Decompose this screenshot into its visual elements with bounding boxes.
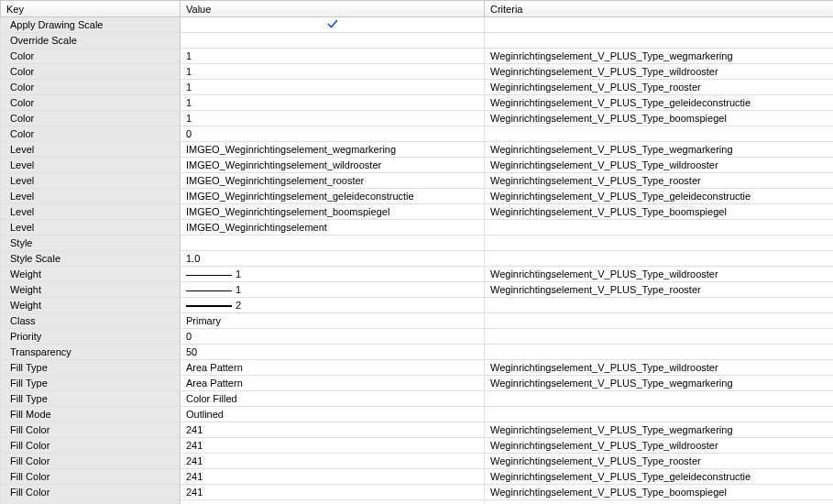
property-value[interactable]: 241 xyxy=(181,422,485,438)
property-key[interactable]: Color xyxy=(1,64,181,80)
table-row[interactable]: Weight1Weginrichtingselement_V_PLUS_Type… xyxy=(1,267,834,282)
table-row[interactable]: Style xyxy=(1,236,834,251)
property-key[interactable]: Style Scale xyxy=(1,251,181,267)
table-row[interactable]: ClassPrimary xyxy=(1,313,834,329)
property-value[interactable]: 2 xyxy=(181,298,485,313)
property-value[interactable]: IMGEO_Weginrichtingselement_wegmarkering xyxy=(181,142,485,158)
property-key[interactable]: Fill Color xyxy=(1,422,181,438)
property-key[interactable]: Fill Color xyxy=(1,469,181,485)
table-row[interactable]: LevelIMGEO_Weginrichtingselement_rooster… xyxy=(1,173,834,189)
property-key[interactable]: Weight xyxy=(1,282,181,298)
property-key[interactable]: Priority xyxy=(1,329,181,345)
property-criteria[interactable] xyxy=(485,329,834,345)
property-key[interactable]: Fill Color xyxy=(1,438,181,454)
property-value[interactable] xyxy=(181,17,485,33)
property-value[interactable]: IMGEO_Weginrichtingselement_geleideconst… xyxy=(181,189,485,204)
property-criteria[interactable]: Weginrichtingselement_V_PLUS_Type_wildro… xyxy=(485,158,834,173)
property-value[interactable]: Primary xyxy=(181,313,485,329)
property-criteria[interactable]: Weginrichtingselement_V_PLUS_Type_wildro… xyxy=(485,360,834,376)
table-row[interactable]: Style Scale1.0 xyxy=(1,251,834,267)
property-key[interactable]: Fill Type xyxy=(1,360,181,376)
table-row[interactable]: Color1Weginrichtingselement_V_PLUS_Type_… xyxy=(1,80,834,95)
property-criteria[interactable]: Weginrichtingselement_V_PLUS_Type_rooste… xyxy=(485,173,834,189)
property-value[interactable]: 1 xyxy=(181,267,485,282)
property-key[interactable]: Weight xyxy=(1,298,181,313)
property-value[interactable]: 1.0 xyxy=(181,251,485,267)
property-value[interactable]: IMGEO_Weginrichtingselement_boomspiegel xyxy=(181,204,485,220)
table-row[interactable]: Weight1Weginrichtingselement_V_PLUS_Type… xyxy=(1,282,834,298)
table-row[interactable]: Weight2 xyxy=(1,298,834,313)
table-row[interactable]: Fill TypeColor Filled xyxy=(1,391,834,407)
property-key[interactable]: Fill Type xyxy=(1,391,181,407)
property-criteria[interactable]: Weginrichtingselement_V_PLUS_Type_wildro… xyxy=(485,267,834,282)
property-value[interactable]: 1 xyxy=(181,282,485,298)
property-key[interactable]: Class xyxy=(1,313,181,329)
property-key[interactable]: Apply Drawing Scale xyxy=(1,17,181,33)
table-row[interactable]: Priority0 xyxy=(1,329,834,345)
property-key[interactable]: Level xyxy=(1,204,181,220)
property-criteria[interactable]: Weginrichtingselement_V_PLUS_Type_geleid… xyxy=(485,469,834,485)
property-criteria[interactable]: Weginrichtingselement_V_PLUS_Type_rooste… xyxy=(485,454,834,469)
checkmark-icon[interactable] xyxy=(327,18,337,28)
property-value[interactable]: 1 xyxy=(181,95,485,111)
property-key[interactable]: Style xyxy=(1,236,181,251)
property-criteria[interactable]: Weginrichtingselement_V_PLUS_Type_boomsp… xyxy=(485,485,834,500)
property-value[interactable]: 0 xyxy=(181,329,485,345)
column-header-value[interactable]: Value xyxy=(181,1,485,17)
property-criteria[interactable] xyxy=(485,313,834,329)
property-value[interactable] xyxy=(181,236,485,251)
table-row[interactable]: LevelIMGEO_Weginrichtingselement_boomspi… xyxy=(1,204,834,220)
property-value[interactable]: 1 xyxy=(181,111,485,126)
property-key[interactable]: Level xyxy=(1,189,181,204)
property-criteria[interactable]: Weginrichtingselement_V_PLUS_Type_wildro… xyxy=(485,64,834,80)
property-value[interactable]: 0 xyxy=(181,126,485,142)
property-value[interactable]: Area Pattern xyxy=(181,360,485,376)
property-criteria[interactable] xyxy=(485,391,834,407)
property-key[interactable]: Fill Color xyxy=(1,500,181,505)
table-row[interactable]: Color1Weginrichtingselement_V_PLUS_Type_… xyxy=(1,111,834,126)
property-criteria[interactable] xyxy=(485,298,834,313)
property-criteria[interactable]: Weginrichtingselement_V_PLUS_Type_wegmar… xyxy=(485,376,834,391)
property-key[interactable]: Color xyxy=(1,126,181,142)
property-key[interactable]: Level xyxy=(1,173,181,189)
table-row[interactable]: Color1Weginrichtingselement_V_PLUS_Type_… xyxy=(1,95,834,111)
table-row[interactable]: Fill Color0 xyxy=(1,500,834,505)
property-key[interactable]: Override Scale xyxy=(1,33,181,49)
property-criteria[interactable]: Weginrichtingselement_V_PLUS_Type_wegmar… xyxy=(485,142,834,158)
table-row[interactable]: Fill Color241Weginrichtingselement_V_PLU… xyxy=(1,485,834,500)
table-row[interactable]: LevelIMGEO_Weginrichtingselement_wegmark… xyxy=(1,142,834,158)
property-value[interactable]: 1 xyxy=(181,80,485,95)
table-row[interactable]: Fill Color241Weginrichtingselement_V_PLU… xyxy=(1,422,834,438)
property-value[interactable]: Area Pattern xyxy=(181,376,485,391)
property-criteria[interactable]: Weginrichtingselement_V_PLUS_Type_rooste… xyxy=(485,80,834,95)
property-value[interactable]: 241 xyxy=(181,469,485,485)
property-criteria[interactable]: Weginrichtingselement_V_PLUS_Type_wildro… xyxy=(485,438,834,454)
property-value[interactable]: IMGEO_Weginrichtingselement xyxy=(181,220,485,236)
table-row[interactable]: Fill Color241Weginrichtingselement_V_PLU… xyxy=(1,438,834,454)
property-key[interactable]: Level xyxy=(1,158,181,173)
property-criteria[interactable] xyxy=(485,251,834,267)
property-value[interactable]: 241 xyxy=(181,454,485,469)
property-value[interactable]: 1 xyxy=(181,49,485,64)
property-value[interactable]: 50 xyxy=(181,345,485,360)
table-row[interactable]: Fill Color241Weginrichtingselement_V_PLU… xyxy=(1,454,834,469)
property-value[interactable]: IMGEO_Weginrichtingselement_wildrooster xyxy=(181,158,485,173)
property-value[interactable]: 241 xyxy=(181,485,485,500)
table-row[interactable]: Fill TypeArea PatternWeginrichtingseleme… xyxy=(1,360,834,376)
property-criteria[interactable] xyxy=(485,345,834,360)
table-row[interactable]: Apply Drawing Scale xyxy=(1,17,834,33)
property-criteria[interactable]: Weginrichtingselement_V_PLUS_Type_geleid… xyxy=(485,95,834,111)
property-key[interactable]: Color xyxy=(1,49,181,64)
property-key[interactable]: Level xyxy=(1,142,181,158)
property-key[interactable]: Fill Type xyxy=(1,376,181,391)
table-row[interactable]: Transparency50 xyxy=(1,345,834,360)
property-criteria[interactable] xyxy=(485,236,834,251)
property-key[interactable]: Color xyxy=(1,80,181,95)
property-key[interactable]: Color xyxy=(1,95,181,111)
property-criteria[interactable] xyxy=(485,17,834,33)
property-criteria[interactable]: Weginrichtingselement_V_PLUS_Type_wegmar… xyxy=(485,49,834,64)
property-key[interactable]: Fill Mode xyxy=(1,407,181,422)
property-key[interactable]: Fill Color xyxy=(1,454,181,469)
property-criteria[interactable]: Weginrichtingselement_V_PLUS_Type_boomsp… xyxy=(485,204,834,220)
table-row[interactable]: Color1Weginrichtingselement_V_PLUS_Type_… xyxy=(1,49,834,64)
